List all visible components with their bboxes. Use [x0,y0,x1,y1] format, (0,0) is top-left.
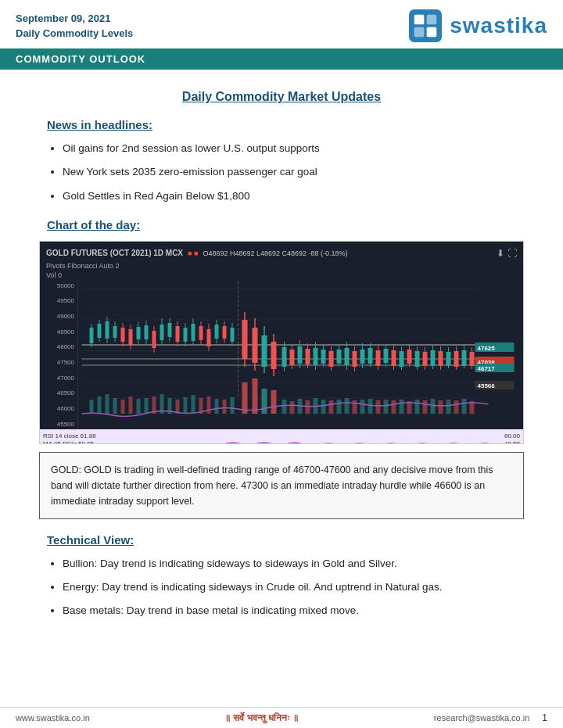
svg-text:46717: 46717 [478,365,496,372]
price-level: 48000 [43,343,74,350]
list-item: Gold Settles in Red Again Below $1,800 [63,188,532,204]
svg-rect-143 [329,400,334,414]
svg-rect-120 [137,399,141,414]
page-header: September 09, 2021 Daily Commodity Level… [0,0,563,48]
brand-logo-text: swastika [450,13,547,38]
price-level: 46500 [43,389,74,396]
svg-rect-133 [242,382,248,414]
svg-rect-132 [231,397,235,414]
svg-rect-149 [376,400,381,414]
svg-rect-129 [207,396,211,414]
svg-rect-155 [423,400,428,414]
chart-indicator: ■ ■ [188,249,198,257]
svg-rect-144 [337,400,342,414]
news-heading: News in headlines: [47,118,532,131]
svg-rect-138 [290,401,295,414]
svg-rect-0 [409,9,442,42]
news-section: News in headlines: Oil gains for 2nd ses… [31,118,532,204]
svg-rect-137 [282,400,287,414]
svg-rect-151 [392,400,396,414]
price-level: 47000 [43,375,74,382]
price-level: 48500 [43,328,74,335]
chart-header-row: GOLD FUTURES (OCT 2021) 1D MCX ■ ■ O4869… [40,248,523,262]
svg-rect-142 [321,400,326,414]
svg-rect-156 [431,399,436,414]
technical-section: Technical View: Bullion: Day trend is in… [31,533,532,619]
technical-heading: Technical View: [47,533,532,547]
price-level: 46000 [43,405,74,412]
svg-rect-125 [176,400,180,414]
svg-rect-121 [145,398,149,414]
svg-rect-147 [360,400,365,414]
svg-rect-160 [462,399,467,414]
chart-ohlc: O48692 H48692 L48692 C48692 -88 (-0.18%) [203,249,347,257]
price-level: 47500 [43,359,74,366]
news-list: Oil gains for 2nd session as lower U.S. … [63,141,532,204]
header-date: September 09, 2021 [16,11,133,27]
list-item: Base metals: Day trend in base metal is … [63,603,532,619]
header-logo: swastika [409,9,547,42]
svg-rect-131 [223,400,227,414]
chart-subtitle1: Pivots Fibonacci Auto 2 [40,262,523,270]
footer-tagline: ॥ सर्वे भवन्तु धनिनः ॥ [224,712,299,723]
banner-label: COMMODITY OUTLOOK [16,53,145,65]
footer-page-number: 1 [542,712,547,723]
main-content: Daily Commodity Market Updates News in h… [0,70,563,680]
list-item: Energy: Day trend is indicating sideways… [63,579,532,595]
chart-body: 50000 49500 49000 48500 48000 47500 4700… [40,281,523,429]
svg-rect-1 [414,15,425,25]
price-level: 45500 [43,421,74,428]
list-item: Oil gains for 2nd session as lower U.S. … [63,141,532,156]
header-subtitle: Daily Commodity Levels [16,26,133,41]
svg-rect-158 [446,400,451,414]
footer-website: www.swastika.co.in [16,713,90,723]
chart-title: GOLD FUTURES (OCT 2021) 1D MCX [46,249,183,257]
chart-section: Chart of the day: GOLD FUTURES (OCT 2021… [31,218,532,519]
chart-heading: Chart of the day: [47,218,532,231]
svg-rect-4 [427,27,437,38]
svg-rect-150 [384,400,389,414]
svg-rect-135 [262,389,267,414]
expand-icon[interactable]: ⛶ [507,248,517,259]
svg-rect-116 [106,394,109,414]
svg-rect-130 [215,399,219,414]
chart-subtitle2: Vol 0 [40,271,523,279]
price-level: 49000 [43,313,74,320]
svg-text:45566: 45566 [478,382,496,389]
svg-rect-119 [129,396,133,414]
price-level: 50000 [43,282,74,289]
analysis-box: GOLD: GOLD is trading in well-defined tr… [39,452,524,519]
svg-rect-152 [400,400,404,414]
page-footer: www.swastika.co.in ॥ सर्वे भवन्तु धनिनः … [0,707,563,728]
svg-rect-127 [192,395,195,414]
page-title: Daily Commodity Market Updates [31,90,532,104]
svg-rect-126 [184,397,188,414]
chart-plot: 47625 47038 46717 45566 [77,281,523,429]
footer-email: research@swastika.co.in [434,713,529,723]
chart-rsi: RSI 14 close 61.88 MA 25 RSI= 58.05 60.0… [40,429,523,444]
chart-controls[interactable]: ⬇ ⛶ [497,248,517,259]
svg-rect-115 [98,396,102,414]
svg-rect-117 [113,398,117,414]
svg-rect-148 [368,399,373,414]
svg-rect-134 [253,378,258,414]
svg-rect-118 [121,400,125,414]
list-item: Bullion: Day trend is indicating sideway… [63,556,532,572]
svg-rect-145 [345,398,350,414]
svg-rect-136 [271,390,277,414]
list-item: New York sets 2035 zero-emission passeng… [63,164,532,180]
svg-rect-114 [90,400,94,414]
svg-rect-159 [454,400,459,414]
svg-rect-140 [306,400,310,414]
brand-logo-icon [409,9,442,42]
analysis-text: GOLD: GOLD is trading in well-defined tr… [51,464,493,507]
download-icon[interactable]: ⬇ [497,248,504,259]
svg-rect-2 [427,15,437,25]
rsi-wave [87,436,524,444]
candlestick-chart: 47625 47038 46717 45566 [78,281,523,429]
technical-list: Bullion: Day trend is indicating sideway… [63,556,532,619]
svg-text:47625: 47625 [478,345,496,352]
chart-yaxis: 50000 49500 49000 48500 48000 47500 4700… [40,281,77,429]
svg-rect-3 [414,27,425,38]
svg-rect-157 [439,400,443,414]
